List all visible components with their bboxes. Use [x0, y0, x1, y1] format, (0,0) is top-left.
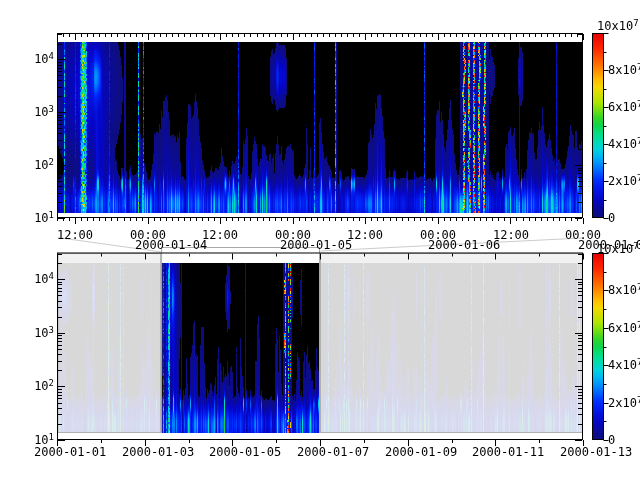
x-tick-label: 12:00: [202, 229, 238, 241]
colorbar-tick-base: 0: [608, 433, 615, 447]
colorbar-tick-base: 8x10: [608, 283, 637, 297]
x-date-label: 2000-01-04: [135, 239, 207, 251]
y-tick-label: 104: [34, 273, 54, 286]
y-tick-label: 103: [34, 106, 54, 119]
x-date-label: 2000-01-11: [472, 446, 544, 458]
y-tick-base: 10: [34, 52, 48, 66]
colorbar-bottom: [592, 253, 604, 440]
y-tick-exp: 4: [49, 271, 54, 281]
colorbar-tick-label: 8x107: [608, 284, 640, 297]
x-date-label: 2000-01-01: [34, 446, 106, 458]
x-date-label: 2000-01-13: [560, 446, 632, 458]
colorbar-tick-base: 4x10: [608, 137, 637, 151]
colorbar-tick-label: 6x107: [608, 322, 640, 335]
y-tick-exp: 3: [49, 325, 54, 335]
spectrogram-figure: 104 103 102 101 12:00 00:00 12:00 00:00 …: [0, 0, 640, 480]
x-tick-label: 12:00: [57, 229, 93, 241]
colorbar-tick-label: 6x107: [608, 101, 640, 114]
x-date-label: 2000-01-09: [385, 446, 457, 458]
colorbar-tick-label: 4x107: [608, 359, 640, 372]
x-date-label: 2000-01-05: [209, 446, 281, 458]
x-date-label: 2000-01-06: [428, 239, 500, 251]
y-tick-base: 10: [34, 158, 48, 172]
selection-region[interactable]: [161, 247, 320, 433]
colorbar-tick-label: 4x107: [608, 138, 640, 151]
y-tick-label: 102: [34, 159, 54, 172]
colorbar-tick-label: 10x107: [597, 20, 639, 33]
y-tick-exp: 2: [49, 378, 54, 388]
y-tick-exp: 3: [49, 104, 54, 114]
colorbar-top: [592, 33, 604, 218]
colorbar-tick-label: 0: [608, 434, 615, 447]
y-tick-label: 103: [34, 327, 54, 340]
x-date-label: 2000-01-03: [122, 446, 194, 458]
colorbar-tick-base: 10x10: [597, 242, 633, 256]
colorbar-tick-label: 2x107: [608, 175, 640, 188]
y-tick-exp: 1: [49, 432, 54, 442]
y-tick-base: 10: [34, 272, 48, 286]
colorbar-tick-base: 2x10: [608, 174, 637, 188]
y-tick-label: 101: [34, 212, 54, 225]
colorbar-tick-base: 4x10: [608, 358, 637, 372]
overview-plot-area[interactable]: [57, 253, 583, 440]
colorbar-tick-label: 8x107: [608, 64, 640, 77]
y-tick-exp: 4: [49, 51, 54, 61]
colorbar-tick-label: 0: [608, 212, 615, 225]
x-date-label: 2000-01-07: [297, 446, 369, 458]
y-tick-base: 10: [34, 379, 48, 393]
colorbar-tick-exp: 7: [633, 18, 638, 28]
colorbar-tick-base: 6x10: [608, 100, 637, 114]
y-tick-label: 104: [34, 53, 54, 66]
colorbar-tick-label: 2x107: [608, 397, 640, 410]
colorbar-tick-base: 8x10: [608, 63, 637, 77]
y-tick-label: 102: [34, 380, 54, 393]
detail-plot-area: [57, 33, 583, 218]
colorbar-tick-label: 10x107: [597, 243, 639, 256]
x-date-label: 2000-01-05: [280, 239, 352, 251]
colorbar-tick-base: 10x10: [597, 19, 633, 33]
colorbar-tick-base: 6x10: [608, 321, 637, 335]
y-tick-base: 10: [34, 105, 48, 119]
y-tick-exp: 1: [49, 210, 54, 220]
y-tick-exp: 2: [49, 157, 54, 167]
colorbar-tick-base: 0: [608, 211, 615, 225]
x-tick-label: 12:00: [347, 229, 383, 241]
colorbar-tick-exp: 7: [633, 241, 638, 251]
colorbar-tick-base: 2x10: [608, 396, 637, 410]
y-tick-base: 10: [34, 326, 48, 340]
y-tick-base: 10: [34, 211, 48, 225]
